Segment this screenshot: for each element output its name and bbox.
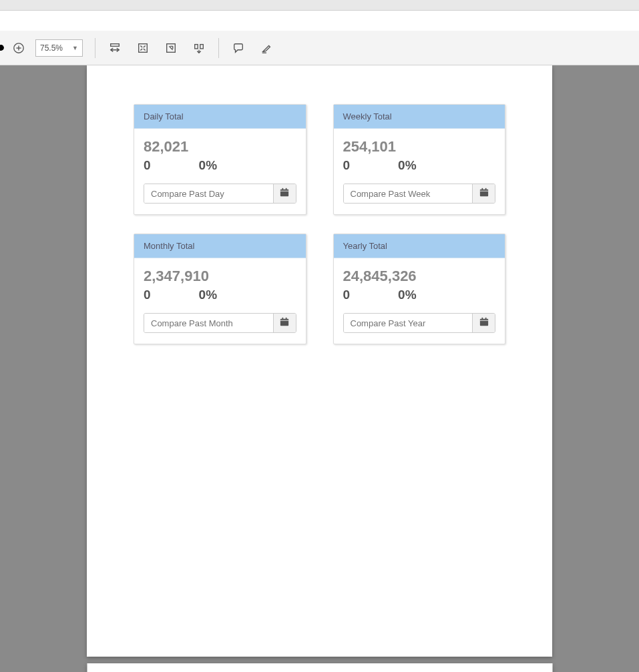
toolbar-separator bbox=[218, 38, 219, 58]
svg-point-0 bbox=[0, 45, 4, 51]
calendar-icon bbox=[280, 317, 289, 329]
svg-rect-9 bbox=[200, 44, 204, 48]
document-page: Daily Total 82,021 0 0% bbox=[87, 65, 552, 657]
daily-total-card: Daily Total 82,021 0 0% bbox=[134, 104, 306, 215]
window-strip bbox=[0, 0, 639, 11]
sub-row: 0 0% bbox=[144, 288, 296, 302]
compare-input[interactable] bbox=[344, 184, 473, 203]
svg-rect-13 bbox=[282, 188, 284, 190]
document-viewport[interactable]: Daily Total 82,021 0 0% bbox=[0, 65, 639, 672]
card-header: Yearly Total bbox=[334, 234, 505, 258]
diff-value: 0 bbox=[144, 158, 151, 173]
calendar-button[interactable] bbox=[273, 184, 296, 203]
svg-rect-25 bbox=[481, 318, 483, 320]
total-value: 24,845,326 bbox=[343, 268, 496, 285]
compare-input[interactable] bbox=[144, 314, 273, 332]
calendar-button[interactable] bbox=[472, 184, 495, 203]
svg-rect-14 bbox=[286, 188, 287, 190]
svg-rect-15 bbox=[479, 190, 487, 197]
compare-group bbox=[144, 184, 296, 204]
total-value: 82,021 bbox=[144, 138, 296, 155]
svg-rect-5 bbox=[111, 43, 120, 46]
fit-page-button[interactable] bbox=[136, 41, 150, 55]
comment-button[interactable] bbox=[231, 41, 246, 55]
caret-down-icon: ▼ bbox=[72, 45, 78, 51]
document-page-next bbox=[87, 663, 552, 672]
svg-rect-22 bbox=[286, 318, 287, 320]
compare-input[interactable] bbox=[344, 314, 473, 332]
zoom-select[interactable]: 75.5% ▼ bbox=[35, 39, 83, 57]
compare-group bbox=[343, 184, 496, 204]
diff-value: 0 bbox=[343, 158, 351, 173]
total-value: 254,101 bbox=[343, 138, 496, 155]
calendar-button[interactable] bbox=[273, 314, 296, 332]
fit-width-button[interactable] bbox=[108, 41, 122, 55]
card-body: 82,021 0 0% bbox=[134, 129, 306, 214]
diff-value: 0 bbox=[343, 288, 351, 302]
calendar-icon bbox=[280, 188, 289, 200]
card-header: Weekly Total bbox=[334, 105, 505, 129]
card-body: 24,845,326 0 0% bbox=[334, 258, 505, 344]
pct-value: 0% bbox=[398, 288, 416, 302]
calendar-button[interactable] bbox=[472, 314, 495, 332]
zoom-in-button[interactable] bbox=[11, 41, 26, 55]
svg-rect-21 bbox=[282, 318, 284, 320]
svg-rect-6 bbox=[139, 43, 148, 52]
compare-group bbox=[343, 313, 496, 333]
page-layout-button[interactable] bbox=[192, 41, 206, 55]
compare-group bbox=[144, 313, 296, 333]
svg-rect-18 bbox=[485, 188, 486, 190]
calendar-icon bbox=[479, 188, 489, 200]
pct-value: 0% bbox=[199, 158, 217, 173]
sub-row: 0 0% bbox=[343, 288, 496, 302]
svg-rect-8 bbox=[195, 44, 198, 48]
card-header: Daily Total bbox=[134, 105, 306, 129]
toolbar: 75.5% ▼ bbox=[0, 31, 639, 65]
total-value: 2,347,910 bbox=[144, 268, 296, 285]
fullscreen-button[interactable] bbox=[164, 41, 178, 55]
weekly-total-card: Weekly Total 254,101 0 0% bbox=[333, 104, 506, 215]
calendar-icon bbox=[479, 317, 489, 329]
card-grid: Daily Total 82,021 0 0% bbox=[134, 104, 505, 344]
monthly-total-card: Monthly Total 2,347,910 0 0% bbox=[134, 234, 306, 344]
highlight-button[interactable] bbox=[259, 41, 274, 55]
card-header: Monthly Total bbox=[134, 234, 306, 258]
yearly-total-card: Yearly Total 24,845,326 0 0% bbox=[333, 234, 506, 344]
pct-value: 0% bbox=[199, 288, 217, 302]
svg-rect-11 bbox=[280, 190, 288, 197]
diff-value: 0 bbox=[144, 288, 151, 302]
card-body: 254,101 0 0% bbox=[334, 129, 505, 214]
zoom-value: 75.5% bbox=[40, 43, 63, 53]
svg-rect-19 bbox=[280, 319, 288, 326]
svg-rect-23 bbox=[479, 319, 487, 326]
svg-rect-17 bbox=[481, 188, 483, 190]
card-body: 2,347,910 0 0% bbox=[134, 258, 306, 344]
zoom-out-button[interactable] bbox=[0, 41, 5, 55]
sub-row: 0 0% bbox=[144, 158, 296, 173]
compare-input[interactable] bbox=[144, 184, 273, 203]
pct-value: 0% bbox=[398, 158, 416, 173]
toolbar-separator bbox=[95, 38, 95, 58]
sub-row: 0 0% bbox=[343, 158, 496, 173]
svg-rect-26 bbox=[485, 318, 486, 320]
white-band bbox=[0, 11, 639, 31]
